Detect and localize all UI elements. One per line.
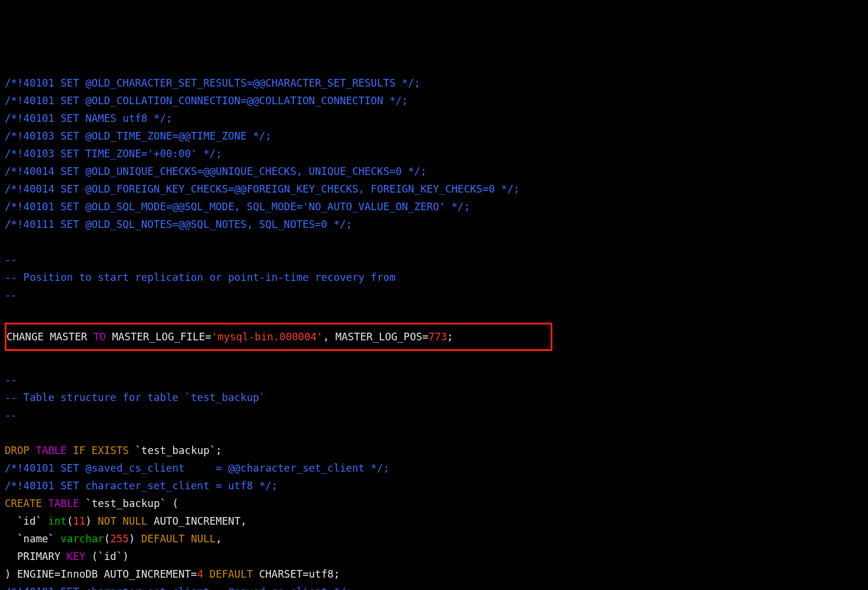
comment-dash: -- bbox=[5, 286, 863, 304]
column-name: `name` varchar(255) DEFAULT NULL, bbox=[5, 530, 863, 548]
column-id: `id` int(11) NOT NULL AUTO_INCREMENT, bbox=[5, 512, 863, 530]
table-structure-comment: -- Table structure for table `test_backu… bbox=[5, 389, 863, 406]
comment-line: /*!40014 SET @OLD_FOREIGN_KEY_CHECKS=@@F… bbox=[5, 180, 863, 198]
create-table-close: ) ENGINE=InnoDB AUTO_INCREMENT=4 DEFAULT… bbox=[5, 565, 863, 583]
comment-line: /*!40101 SET @OLD_COLLATION_CONNECTION=@… bbox=[5, 92, 863, 110]
drop-table-statement: DROP TABLE IF EXISTS `test_backup`; bbox=[5, 442, 863, 459]
primary-key: PRIMARY KEY (`id`) bbox=[5, 548, 863, 565]
comment-line: /*!40101 SET character_set_client = utf8… bbox=[5, 477, 863, 495]
comment-line: /*!40103 SET @OLD_TIME_ZONE=@@TIME_ZONE … bbox=[5, 127, 863, 145]
comment-line: /*!40101 SET NAMES utf8 */; bbox=[5, 110, 863, 127]
master-log-pos: 773 bbox=[429, 331, 448, 343]
comment-dash: -- bbox=[5, 406, 863, 424]
comment-line: /*!40101 SET @OLD_CHARACTER_SET_RESULTS=… bbox=[5, 74, 863, 92]
comment-dash: -- bbox=[5, 251, 863, 269]
replication-comment: -- Position to start replication or poin… bbox=[5, 269, 863, 286]
create-table-open: CREATE TABLE `test_backup` ( bbox=[5, 495, 863, 512]
comment-line: /*!40111 SET @OLD_SQL_NOTES=@@SQL_NOTES,… bbox=[5, 216, 863, 233]
master-log-file: 'mysql-bin.000004' bbox=[211, 331, 323, 343]
comment-line: /*!40101 SET @saved_cs_client = @@charac… bbox=[5, 459, 863, 477]
change-master-statement: CHANGE MASTER TO MASTER_LOG_FILE='mysql-… bbox=[6, 328, 551, 346]
sql-dump-code: /*!40101 SET @OLD_CHARACTER_SET_RESULTS=… bbox=[5, 74, 863, 590]
highlighted-change-master: CHANGE MASTER TO MASTER_LOG_FILE='mysql-… bbox=[5, 323, 552, 351]
comment-dash: -- bbox=[5, 371, 863, 389]
comment-line: /*!40101 SET @OLD_SQL_MODE=@@SQL_MODE, S… bbox=[5, 198, 863, 216]
comment-line: /*!40014 SET @OLD_UNIQUE_CHECKS=@@UNIQUE… bbox=[5, 163, 863, 180]
comment-line: /*!40103 SET TIME_ZONE='+00:00' */; bbox=[5, 145, 863, 163]
comment-line: /*!40101 SET character_set_client = @sav… bbox=[5, 583, 863, 590]
